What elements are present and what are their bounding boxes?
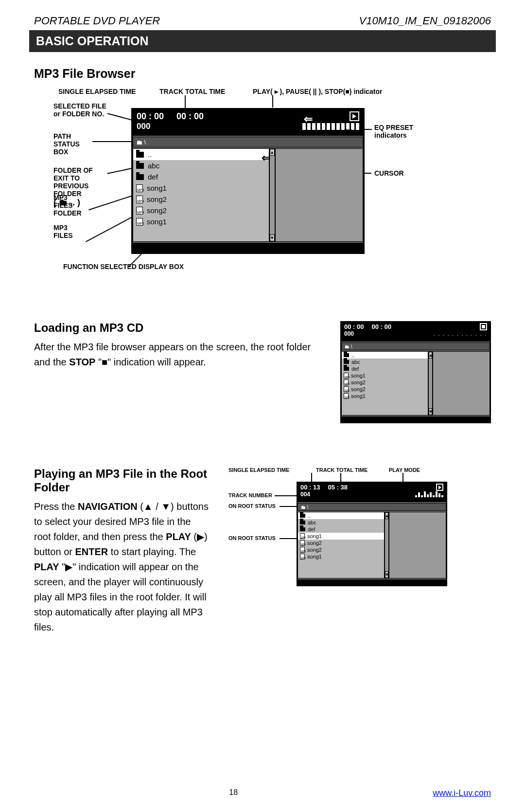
file-item[interactable]: MP3song2 (342, 386, 428, 393)
file-list[interactable]: ..abcdefMP3song1MP3song2MP3song2MP3song1 (298, 512, 384, 578)
track-number: 000 (344, 330, 354, 337)
scroll-down-icon[interactable]: ▼ (270, 235, 275, 241)
folder-icon (136, 174, 144, 180)
item-label: song1 (147, 217, 167, 226)
folder-icon (300, 527, 305, 531)
section-heading: BASIC OPERATION (29, 30, 496, 52)
folder-icon (344, 360, 349, 364)
lbl-track-num: TRACK NUMBER (228, 492, 272, 498)
para-loading: After the MP3 file browser appears on th… (34, 340, 321, 370)
item-label: song2 (351, 379, 366, 385)
mp3-file-icon: MP3 (300, 547, 305, 553)
time-total: 05 : 38 (328, 484, 347, 491)
doc-title-right: V10M10_IM_EN_09182006 (359, 15, 491, 27)
file-item[interactable]: MP3song1 (133, 182, 269, 194)
lbl-cursor: CURSOR (374, 169, 404, 177)
lbl-selected: SELECTED FILE or FOLDER NO. (53, 102, 106, 118)
para-playing: Press the NAVIGATION (▲ / ▼) buttons to … (34, 499, 209, 635)
file-list[interactable]: ..abcdefMP3song1MP3song2MP3song2MP3song1 (342, 352, 428, 415)
folder-item[interactable]: .. (133, 149, 269, 160)
lbl-play-mode: PLAY MODE (389, 467, 420, 473)
mp3-file-icon: MP3 (300, 554, 305, 559)
play-indicator-icon (436, 484, 443, 491)
footer-link[interactable]: www.i-Luv.com (433, 788, 491, 798)
file-item[interactable]: MP3song2 (298, 546, 384, 553)
scroll-up-icon[interactable]: ▲ (429, 352, 432, 359)
item-label: abc (351, 359, 360, 365)
lbl-on-root-2: ON ROOT STATUS (228, 535, 276, 541)
h3-playing: Playing an MP3 File in the Root Folder (34, 467, 209, 494)
mp3-file-icon: MP3 (344, 379, 349, 385)
file-item[interactable]: MP3song1 (298, 533, 384, 540)
mp3-file-icon: MP3 (136, 196, 143, 203)
item-label: song1 (351, 373, 366, 379)
scrollbar[interactable]: ▲ ▼ (384, 512, 389, 578)
item-label: abc (308, 520, 316, 525)
folder-icon (136, 152, 144, 158)
scrollbar[interactable]: ▲ ▼ (428, 352, 433, 415)
item-label: .. (308, 513, 311, 519)
figure-mp3-browser: SINGLE ELAPSED TIME TRACK TOTAL TIME PLA… (34, 88, 491, 292)
file-item[interactable]: MP3song1 (342, 372, 428, 379)
folder-item[interactable]: abc (133, 160, 269, 171)
page-number: 18 (34, 788, 433, 798)
function-display-box (298, 579, 446, 586)
scroll-down-icon[interactable]: ▼ (429, 408, 432, 415)
file-item[interactable]: MP3song1 (133, 216, 269, 227)
time-total: 00 : 00 (176, 111, 204, 122)
header-area: 00 : 00 00 : 00 000 (133, 109, 363, 136)
scroll-up-icon[interactable]: ▲ (385, 512, 388, 519)
mp3-file-icon: MP3 (136, 207, 143, 215)
path-status-box: 🖿 \ (133, 137, 363, 147)
lbl-on-root-1: ON ROOT STATUS (228, 503, 276, 509)
lbl-func-box: FUNCTION SELECTED DISPLAY BOX (63, 263, 184, 271)
item-label: song2 (147, 206, 167, 215)
time-elapsed: 00 : 13 (300, 484, 320, 491)
folder-item[interactable]: abc (298, 519, 384, 526)
eq-indicator: . . . . . . . . . . . . (434, 331, 487, 337)
item-label: song1 (351, 393, 366, 399)
mp3-file-icon: MP3 (300, 533, 305, 539)
lbl-path-status: PATH STATUS BOX (53, 132, 80, 156)
file-item[interactable]: MP3song2 (298, 540, 384, 546)
mp3-file-icon: MP3 (344, 393, 349, 399)
file-item[interactable]: MP3song2 (342, 379, 428, 386)
folder-item[interactable]: .. (298, 512, 384, 519)
mp3-browser-window: 00 : 00 00 : 00 000 🖿 \ ..abcdefMP3song1… (131, 108, 365, 254)
preview-pane (389, 512, 446, 578)
item-label: song2 (351, 386, 366, 392)
h2-browser: MP3 File Browser (34, 67, 491, 81)
mp3-file-icon: MP3 (344, 373, 349, 379)
mp3-browser-window-small: 00 : 00 00 : 00 000 . . . . . . . . . . … (340, 321, 491, 423)
lbl-play-indicator: PLAY( ▸ ), PAUSE( || ), STOP(■) indicato… (253, 88, 383, 95)
folder-item[interactable]: .. (342, 352, 428, 359)
file-item[interactable]: MP3song1 (342, 393, 428, 399)
file-item[interactable]: MP3song2 (133, 205, 269, 216)
track-number: 000 (137, 122, 150, 131)
lbl-single-elapsed: SINGLE ELAPSED TIME (58, 88, 136, 95)
stop-indicator-icon (480, 323, 487, 330)
function-display-box (133, 243, 363, 253)
item-label: .. (351, 352, 354, 358)
scroll-up-icon[interactable]: ▲ (270, 149, 275, 156)
item-label: def (148, 173, 158, 181)
file-list[interactable]: ..abcdefMP3song1MP3song2MP3song2MP3song1 (133, 149, 269, 241)
function-display-box (341, 416, 490, 423)
item-label: song1 (307, 554, 322, 559)
mp3-file-icon: MP3 (344, 386, 349, 392)
folder-item[interactable]: def (298, 526, 384, 533)
folder-item[interactable]: def (133, 171, 269, 182)
mp3-file-icon: MP3 (300, 540, 305, 546)
lbl-mp3-folder: MP3 FILES FOLDER (53, 194, 82, 217)
item-label: def (351, 366, 359, 372)
lbl-eq: EQ PRESET indicators (374, 124, 413, 139)
item-label: abc (148, 162, 159, 170)
scroll-down-icon[interactable]: ▼ (385, 571, 388, 578)
file-item[interactable]: MP3song1 (298, 553, 384, 560)
folder-icon (136, 163, 144, 169)
folder-item[interactable]: abc (342, 359, 428, 365)
file-item[interactable]: MP3song2 (133, 194, 269, 205)
folder-icon (344, 353, 349, 357)
item-label: .. (148, 150, 152, 159)
folder-item[interactable]: def (342, 365, 428, 372)
